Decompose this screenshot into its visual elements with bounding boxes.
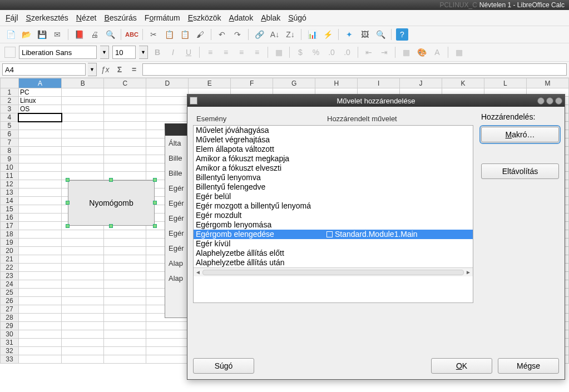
open-icon[interactable]: 📂 xyxy=(20,28,32,41)
row-header[interactable]: 16 xyxy=(1,214,19,222)
cell[interactable] xyxy=(18,339,61,347)
cell[interactable] xyxy=(18,138,61,147)
brush-icon[interactable]: 🖌 xyxy=(194,28,206,41)
cell[interactable] xyxy=(62,105,104,113)
menu-tools[interactable]: Eszközök xyxy=(188,13,221,22)
cell[interactable] xyxy=(18,172,61,180)
row-header[interactable]: 11 xyxy=(1,172,19,180)
close-icon[interactable] xyxy=(555,97,562,105)
cell[interactable] xyxy=(18,155,61,163)
chart-icon[interactable]: 📊 xyxy=(306,28,318,41)
cell[interactable] xyxy=(18,247,61,255)
row-header[interactable]: 21 xyxy=(1,255,19,264)
cell[interactable] xyxy=(62,264,104,272)
cell[interactable] xyxy=(18,163,61,172)
cell[interactable]: OS xyxy=(18,105,61,113)
print-icon[interactable]: 🖨 xyxy=(88,28,101,41)
cell[interactable] xyxy=(18,255,61,264)
cell[interactable]: Linux xyxy=(18,97,61,105)
cell[interactable] xyxy=(18,272,61,280)
col-header-B[interactable]: B xyxy=(62,78,104,88)
align-justify-icon[interactable]: ≡ xyxy=(251,46,263,58)
event-row[interactable]: Amikor a fókuszt elveszti xyxy=(194,163,473,173)
cell[interactable] xyxy=(18,222,61,230)
minimize-icon[interactable] xyxy=(537,97,545,105)
resize-handle[interactable] xyxy=(153,178,157,182)
align-center-icon[interactable]: ≡ xyxy=(220,46,232,58)
cell[interactable] xyxy=(18,297,61,305)
cell[interactable] xyxy=(18,330,61,339)
maximize-icon[interactable] xyxy=(546,97,553,105)
cell[interactable] xyxy=(62,163,104,172)
cell[interactable] xyxy=(104,314,146,322)
cell[interactable] xyxy=(62,347,104,355)
cell[interactable] xyxy=(62,272,104,280)
decimal-remove-icon[interactable]: .0 xyxy=(341,46,353,58)
row-header[interactable]: 15 xyxy=(1,205,19,214)
menu-insert[interactable]: Beszúrás xyxy=(104,13,136,22)
cell[interactable] xyxy=(62,339,104,347)
cell[interactable] xyxy=(104,97,146,105)
cell[interactable] xyxy=(62,113,104,122)
cell-reference-input[interactable] xyxy=(2,63,86,76)
col-header-C[interactable]: C xyxy=(104,78,146,88)
event-row[interactable]: Egér belül xyxy=(194,192,473,201)
cell[interactable] xyxy=(104,122,146,130)
menu-window[interactable]: Ablak xyxy=(261,13,280,22)
event-row[interactable]: Amikor a fókuszt megkapja xyxy=(194,154,473,163)
cancel-button[interactable]: Mégse xyxy=(498,358,559,374)
event-row[interactable]: Egérgomb elengedéseStandard.Module1.Main xyxy=(194,230,473,239)
cell[interactable] xyxy=(18,305,61,314)
cell[interactable] xyxy=(104,88,146,97)
sum-icon[interactable]: Σ xyxy=(113,63,126,76)
cut-icon[interactable]: ✂ xyxy=(147,28,160,41)
equals-icon[interactable]: = xyxy=(128,63,140,76)
cell[interactable] xyxy=(62,322,104,330)
cell[interactable] xyxy=(104,155,146,163)
preview-icon[interactable]: 🔍 xyxy=(104,28,116,41)
form-button-control[interactable]: Nyomógomb xyxy=(68,180,155,226)
cell[interactable] xyxy=(18,347,61,355)
cell[interactable] xyxy=(104,272,146,280)
col-header-I[interactable]: I xyxy=(358,78,400,88)
cell[interactable] xyxy=(18,130,61,138)
row-header[interactable]: 23 xyxy=(1,272,19,280)
sort-desc-icon[interactable]: Z↓ xyxy=(284,28,296,41)
row-header[interactable]: 7 xyxy=(1,138,19,147)
cell[interactable] xyxy=(18,122,61,130)
row-header[interactable]: 30 xyxy=(1,330,19,339)
event-row[interactable]: Billentyű felengedve xyxy=(194,182,473,192)
cell[interactable] xyxy=(104,305,146,314)
event-row[interactable]: Művelet végrehajtása xyxy=(194,135,473,145)
event-row[interactable]: Alaphelyzetbe állítás után xyxy=(194,258,473,267)
help-button[interactable]: Súgó xyxy=(193,358,254,374)
cell[interactable] xyxy=(104,289,146,297)
row-header[interactable]: 17 xyxy=(1,222,19,230)
cell[interactable] xyxy=(18,113,61,122)
cell[interactable] xyxy=(18,280,61,289)
cell[interactable] xyxy=(146,113,189,122)
email-icon[interactable]: ✉ xyxy=(51,28,63,41)
cell[interactable] xyxy=(18,197,61,205)
cell[interactable] xyxy=(104,230,146,239)
bgcolor-icon[interactable]: 🎨 xyxy=(415,46,428,58)
align-right-icon[interactable]: ≡ xyxy=(235,46,248,58)
paste-icon[interactable]: 📋 xyxy=(179,28,191,41)
cell[interactable] xyxy=(18,214,61,222)
cell[interactable] xyxy=(104,280,146,289)
cell[interactable] xyxy=(62,255,104,264)
save-icon[interactable]: 💾 xyxy=(36,28,48,41)
grid-icon[interactable]: ▦ xyxy=(453,46,465,58)
cell[interactable] xyxy=(18,322,61,330)
dialog-titlebar[interactable]: Művelet hozzárendelése xyxy=(187,95,565,107)
event-row[interactable]: Elem állapota változott xyxy=(194,145,473,154)
cell[interactable] xyxy=(104,264,146,272)
cell[interactable] xyxy=(62,280,104,289)
cell[interactable] xyxy=(104,330,146,339)
cell[interactable] xyxy=(18,239,61,247)
resize-handle[interactable] xyxy=(109,224,113,228)
percent-icon[interactable]: % xyxy=(310,46,322,58)
cell[interactable] xyxy=(18,314,61,322)
resize-handle[interactable] xyxy=(66,178,70,182)
indent-inc-icon[interactable]: ⇥ xyxy=(378,46,390,58)
